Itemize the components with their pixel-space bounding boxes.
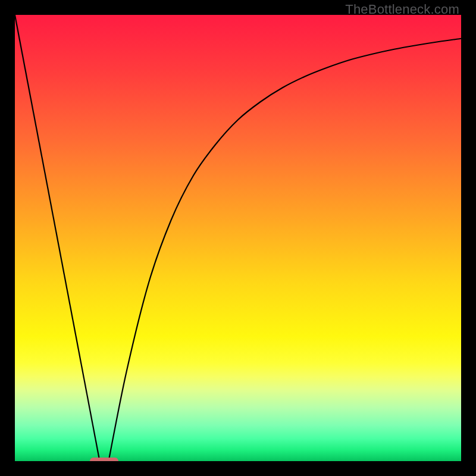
curve-right-branch bbox=[109, 39, 462, 461]
chart-stage: TheBottleneck.com bbox=[0, 0, 476, 476]
plot-area bbox=[15, 15, 461, 461]
curve-left-branch bbox=[15, 15, 100, 461]
curve-svg bbox=[15, 15, 461, 461]
optimal-marker bbox=[90, 458, 119, 461]
